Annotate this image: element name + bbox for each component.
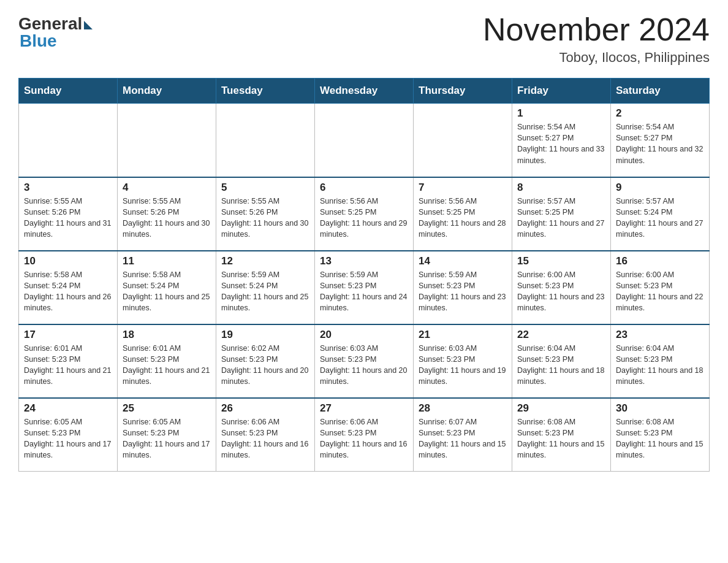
day-header-saturday: Saturday — [611, 79, 710, 104]
day-info: Sunrise: 5:59 AM Sunset: 5:24 PM Dayligh… — [221, 269, 309, 314]
day-info: Sunrise: 5:56 AM Sunset: 5:25 PM Dayligh… — [320, 196, 408, 240]
calendar-cell — [118, 104, 216, 177]
day-number: 16 — [616, 255, 704, 267]
calendar-cell: 6Sunrise: 5:56 AM Sunset: 5:25 PM Daylig… — [315, 177, 414, 251]
calendar-cell: 12Sunrise: 5:59 AM Sunset: 5:24 PM Dayli… — [216, 251, 315, 324]
calendar-cell: 5Sunrise: 5:55 AM Sunset: 5:26 PM Daylig… — [216, 177, 315, 251]
day-number: 3 — [24, 182, 112, 194]
day-info: Sunrise: 5:59 AM Sunset: 5:23 PM Dayligh… — [320, 269, 408, 314]
day-info: Sunrise: 6:05 AM Sunset: 5:23 PM Dayligh… — [123, 416, 211, 461]
day-info: Sunrise: 6:06 AM Sunset: 5:23 PM Dayligh… — [320, 416, 408, 461]
day-info: Sunrise: 6:05 AM Sunset: 5:23 PM Dayligh… — [24, 416, 112, 461]
day-number: 21 — [419, 329, 507, 341]
calendar-week-row: 1Sunrise: 5:54 AM Sunset: 5:27 PM Daylig… — [19, 104, 710, 177]
location-subtitle: Toboy, Ilocos, Philippines — [483, 50, 710, 66]
calendar-cell: 17Sunrise: 6:01 AM Sunset: 5:23 PM Dayli… — [19, 324, 118, 398]
day-header-thursday: Thursday — [414, 79, 512, 104]
calendar-cell: 25Sunrise: 6:05 AM Sunset: 5:23 PM Dayli… — [118, 398, 216, 472]
day-header-tuesday: Tuesday — [216, 79, 315, 104]
calendar-cell: 27Sunrise: 6:06 AM Sunset: 5:23 PM Dayli… — [315, 398, 414, 472]
day-number: 27 — [320, 402, 408, 415]
day-info: Sunrise: 5:54 AM Sunset: 5:27 PM Dayligh… — [517, 121, 605, 166]
day-header-monday: Monday — [118, 79, 216, 104]
calendar-cell: 29Sunrise: 6:08 AM Sunset: 5:23 PM Dayli… — [512, 398, 611, 472]
calendar-cell: 20Sunrise: 6:03 AM Sunset: 5:23 PM Dayli… — [315, 324, 414, 398]
day-info: Sunrise: 6:08 AM Sunset: 5:23 PM Dayligh… — [517, 416, 605, 461]
day-info: Sunrise: 5:58 AM Sunset: 5:24 PM Dayligh… — [123, 269, 211, 314]
day-info: Sunrise: 6:04 AM Sunset: 5:23 PM Dayligh… — [616, 343, 704, 388]
day-info: Sunrise: 6:01 AM Sunset: 5:23 PM Dayligh… — [123, 343, 211, 388]
logo-general-word: General — [18, 15, 82, 33]
day-info: Sunrise: 6:03 AM Sunset: 5:23 PM Dayligh… — [419, 343, 507, 388]
calendar-cell — [19, 104, 118, 177]
day-number: 13 — [320, 255, 408, 267]
month-title: November 2024 — [483, 12, 710, 47]
day-number: 2 — [616, 107, 704, 120]
day-info: Sunrise: 5:57 AM Sunset: 5:24 PM Dayligh… — [616, 196, 704, 240]
calendar-cell — [216, 104, 315, 177]
day-number: 23 — [616, 329, 704, 341]
title-area: November 2024 Toboy, Ilocos, Philippines — [483, 12, 710, 66]
page-header: General Blue November 2024 Toboy, Ilocos… — [18, 12, 710, 66]
logo: General Blue — [18, 12, 93, 51]
day-number: 10 — [24, 255, 112, 267]
day-info: Sunrise: 6:04 AM Sunset: 5:23 PM Dayligh… — [517, 343, 605, 388]
day-number: 17 — [24, 329, 112, 341]
calendar-cell — [414, 104, 512, 177]
calendar-cell: 19Sunrise: 6:02 AM Sunset: 5:23 PM Dayli… — [216, 324, 315, 398]
day-number: 9 — [616, 182, 704, 194]
day-number: 4 — [123, 182, 211, 194]
calendar-week-row: 17Sunrise: 6:01 AM Sunset: 5:23 PM Dayli… — [19, 324, 710, 398]
day-number: 8 — [517, 182, 605, 194]
day-number: 18 — [123, 329, 211, 341]
calendar-cell: 2Sunrise: 5:54 AM Sunset: 5:27 PM Daylig… — [611, 104, 710, 177]
calendar-cell: 13Sunrise: 5:59 AM Sunset: 5:23 PM Dayli… — [315, 251, 414, 324]
calendar-cell: 9Sunrise: 5:57 AM Sunset: 5:24 PM Daylig… — [611, 177, 710, 251]
calendar-cell: 22Sunrise: 6:04 AM Sunset: 5:23 PM Dayli… — [512, 324, 611, 398]
day-info: Sunrise: 5:55 AM Sunset: 5:26 PM Dayligh… — [221, 196, 309, 240]
calendar-header: SundayMondayTuesdayWednesdayThursdayFrid… — [19, 79, 710, 104]
day-number: 20 — [320, 329, 408, 341]
day-info: Sunrise: 6:03 AM Sunset: 5:23 PM Dayligh… — [320, 343, 408, 388]
calendar-week-row: 24Sunrise: 6:05 AM Sunset: 5:23 PM Dayli… — [19, 398, 710, 472]
day-info: Sunrise: 5:55 AM Sunset: 5:26 PM Dayligh… — [123, 196, 211, 240]
day-info: Sunrise: 5:57 AM Sunset: 5:25 PM Dayligh… — [517, 196, 605, 240]
day-number: 15 — [517, 255, 605, 267]
calendar-week-row: 10Sunrise: 5:58 AM Sunset: 5:24 PM Dayli… — [19, 251, 710, 324]
day-number: 30 — [616, 402, 704, 415]
calendar-cell: 21Sunrise: 6:03 AM Sunset: 5:23 PM Dayli… — [414, 324, 512, 398]
day-number: 19 — [221, 329, 309, 341]
day-header-friday: Friday — [512, 79, 611, 104]
calendar-cell: 23Sunrise: 6:04 AM Sunset: 5:23 PM Dayli… — [611, 324, 710, 398]
logo-general-text: General — [18, 15, 93, 33]
calendar-cell — [315, 104, 414, 177]
day-info: Sunrise: 6:08 AM Sunset: 5:23 PM Dayligh… — [616, 416, 704, 461]
calendar-table: SundayMondayTuesdayWednesdayThursdayFrid… — [18, 78, 710, 472]
day-number: 26 — [221, 402, 309, 415]
day-number: 25 — [123, 402, 211, 415]
day-header-wednesday: Wednesday — [315, 79, 414, 104]
day-number: 7 — [419, 182, 507, 194]
day-number: 11 — [123, 255, 211, 267]
day-number: 12 — [221, 255, 309, 267]
day-number: 22 — [517, 329, 605, 341]
day-info: Sunrise: 5:56 AM Sunset: 5:25 PM Dayligh… — [419, 196, 507, 240]
day-info: Sunrise: 5:55 AM Sunset: 5:26 PM Dayligh… — [24, 196, 112, 240]
calendar-cell: 4Sunrise: 5:55 AM Sunset: 5:26 PM Daylig… — [118, 177, 216, 251]
day-header-row: SundayMondayTuesdayWednesdayThursdayFrid… — [19, 79, 710, 104]
day-number: 24 — [24, 402, 112, 415]
logo-blue-text: Blue — [20, 31, 57, 51]
day-number: 1 — [517, 107, 605, 120]
logo-arrow-icon — [84, 21, 93, 29]
calendar-cell: 24Sunrise: 6:05 AM Sunset: 5:23 PM Dayli… — [19, 398, 118, 472]
calendar-cell: 1Sunrise: 5:54 AM Sunset: 5:27 PM Daylig… — [512, 104, 611, 177]
day-number: 14 — [419, 255, 507, 267]
day-info: Sunrise: 6:06 AM Sunset: 5:23 PM Dayligh… — [221, 416, 309, 461]
calendar-cell: 14Sunrise: 5:59 AM Sunset: 5:23 PM Dayli… — [414, 251, 512, 324]
day-info: Sunrise: 6:00 AM Sunset: 5:23 PM Dayligh… — [616, 269, 704, 314]
day-info: Sunrise: 6:07 AM Sunset: 5:23 PM Dayligh… — [419, 416, 507, 461]
day-info: Sunrise: 6:00 AM Sunset: 5:23 PM Dayligh… — [517, 269, 605, 314]
day-info: Sunrise: 5:59 AM Sunset: 5:23 PM Dayligh… — [419, 269, 507, 314]
calendar-cell: 3Sunrise: 5:55 AM Sunset: 5:26 PM Daylig… — [19, 177, 118, 251]
calendar-cell: 15Sunrise: 6:00 AM Sunset: 5:23 PM Dayli… — [512, 251, 611, 324]
